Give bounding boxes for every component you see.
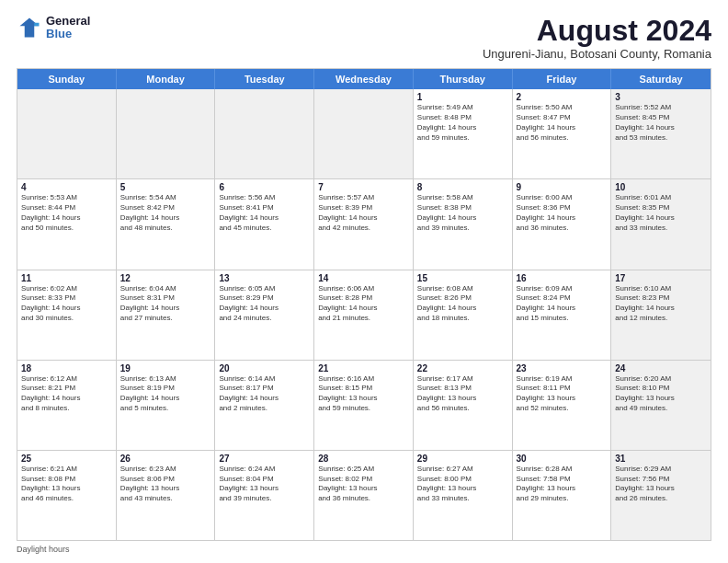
calendar-row-4: 18Sunrise: 6:12 AM Sunset: 8:21 PM Dayli… [17,361,711,451]
day-info: Sunrise: 5:56 AM Sunset: 8:41 PM Dayligh… [219,193,310,233]
day-number: 18 [21,363,112,373]
day-number: 9 [517,182,608,192]
day-number: 30 [517,454,608,464]
day-cell-23: 23Sunrise: 6:19 AM Sunset: 8:11 PM Dayli… [513,361,612,450]
day-number: 7 [318,182,409,192]
day-cell-3: 3Sunrise: 5:52 AM Sunset: 8:45 PM Daylig… [611,89,711,178]
day-info: Sunrise: 5:49 AM Sunset: 8:48 PM Dayligh… [417,103,508,143]
day-info: Sunrise: 6:16 AM Sunset: 8:15 PM Dayligh… [318,374,409,414]
day-cell-6: 6Sunrise: 5:56 AM Sunset: 8:41 PM Daylig… [215,179,314,269]
day-number: 27 [219,454,310,464]
calendar-header: SundayMondayTuesdayWednesdayThursdayFrid… [17,69,711,89]
day-number: 6 [219,182,310,192]
day-info: Sunrise: 6:08 AM Sunset: 8:26 PM Dayligh… [417,284,508,324]
logo-line2: Blue [46,28,90,40]
day-number: 4 [21,182,112,192]
calendar: SundayMondayTuesdayWednesdayThursdayFrid… [17,68,711,541]
empty-cell [215,89,314,178]
day-number: 3 [615,92,707,102]
day-info: Sunrise: 6:24 AM Sunset: 8:04 PM Dayligh… [219,465,310,504]
day-number: 8 [417,182,508,192]
day-info: Sunrise: 6:19 AM Sunset: 8:11 PM Dayligh… [517,374,608,414]
footer-note: Daylight hours [17,545,711,554]
day-info: Sunrise: 6:10 AM Sunset: 8:23 PM Dayligh… [615,284,707,324]
day-number: 1 [417,92,508,102]
day-number: 11 [21,273,112,283]
day-info: Sunrise: 6:20 AM Sunset: 8:10 PM Dayligh… [615,374,707,414]
day-cell-13: 13Sunrise: 6:05 AM Sunset: 8:29 PM Dayli… [215,270,314,360]
day-cell-4: 4Sunrise: 5:53 AM Sunset: 8:44 PM Daylig… [17,179,117,269]
day-info: Sunrise: 6:25 AM Sunset: 8:02 PM Dayligh… [318,465,409,504]
day-number: 28 [318,454,409,464]
day-cell-21: 21Sunrise: 6:16 AM Sunset: 8:15 PM Dayli… [314,361,414,450]
day-info: Sunrise: 5:50 AM Sunset: 8:47 PM Dayligh… [517,103,608,143]
day-number: 2 [517,92,608,102]
day-info: Sunrise: 5:52 AM Sunset: 8:45 PM Dayligh… [615,103,707,143]
day-info: Sunrise: 6:29 AM Sunset: 7:56 PM Dayligh… [615,465,707,504]
day-cell-2: 2Sunrise: 5:50 AM Sunset: 8:47 PM Daylig… [513,89,612,178]
empty-cell [314,89,414,178]
day-info: Sunrise: 6:14 AM Sunset: 8:17 PM Dayligh… [219,374,310,414]
day-cell-11: 11Sunrise: 6:02 AM Sunset: 8:33 PM Dayli… [17,270,117,360]
day-number: 26 [120,454,211,464]
day-info: Sunrise: 5:53 AM Sunset: 8:44 PM Dayligh… [21,193,112,233]
logo-line1: General [46,15,90,28]
day-number: 24 [615,363,707,373]
month-year: August 2024 [483,15,711,47]
day-cell-15: 15Sunrise: 6:08 AM Sunset: 8:26 PM Dayli… [414,270,513,360]
day-info: Sunrise: 5:57 AM Sunset: 8:39 PM Dayligh… [318,193,409,233]
day-number: 19 [120,363,211,373]
day-cell-9: 9Sunrise: 6:00 AM Sunset: 8:36 PM Daylig… [513,179,612,269]
calendar-row-5: 25Sunrise: 6:21 AM Sunset: 8:08 PM Dayli… [17,451,711,540]
day-cell-18: 18Sunrise: 6:12 AM Sunset: 8:21 PM Dayli… [17,361,117,450]
day-cell-30: 30Sunrise: 6:28 AM Sunset: 7:58 PM Dayli… [513,451,612,540]
logo: General Blue [17,15,90,41]
day-number: 25 [21,454,112,464]
calendar-row-1: 1Sunrise: 5:49 AM Sunset: 8:48 PM Daylig… [17,89,711,179]
day-number: 5 [120,182,211,192]
calendar-row-3: 11Sunrise: 6:02 AM Sunset: 8:33 PM Dayli… [17,270,711,361]
header-day-thursday: Thursday [414,69,513,89]
day-info: Sunrise: 6:23 AM Sunset: 8:06 PM Dayligh… [120,465,211,504]
day-info: Sunrise: 6:28 AM Sunset: 7:58 PM Dayligh… [517,465,608,504]
day-cell-17: 17Sunrise: 6:10 AM Sunset: 8:23 PM Dayli… [611,270,711,360]
day-cell-29: 29Sunrise: 6:27 AM Sunset: 8:00 PM Dayli… [414,451,513,540]
day-number: 10 [615,182,707,192]
day-cell-16: 16Sunrise: 6:09 AM Sunset: 8:24 PM Dayli… [513,270,612,360]
day-number: 23 [517,363,608,373]
title-block: August 2024 Ungureni-Jianu, Botosani Cou… [483,15,711,61]
day-info: Sunrise: 6:12 AM Sunset: 8:21 PM Dayligh… [21,374,112,414]
day-cell-12: 12Sunrise: 6:04 AM Sunset: 8:31 PM Dayli… [117,270,216,360]
day-number: 22 [417,363,508,373]
svg-marker-2 [34,23,39,27]
header-day-friday: Friday [513,69,612,89]
day-cell-22: 22Sunrise: 6:17 AM Sunset: 8:13 PM Dayli… [414,361,513,450]
day-info: Sunrise: 6:13 AM Sunset: 8:19 PM Dayligh… [120,374,211,414]
header-day-tuesday: Tuesday [215,69,314,89]
day-cell-14: 14Sunrise: 6:06 AM Sunset: 8:28 PM Dayli… [314,270,414,360]
day-cell-10: 10Sunrise: 6:01 AM Sunset: 8:35 PM Dayli… [611,179,711,269]
day-info: Sunrise: 6:17 AM Sunset: 8:13 PM Dayligh… [417,374,508,414]
empty-cell [17,89,117,178]
day-number: 21 [318,363,409,373]
day-number: 20 [219,363,310,373]
day-cell-19: 19Sunrise: 6:13 AM Sunset: 8:19 PM Dayli… [117,361,216,450]
day-cell-1: 1Sunrise: 5:49 AM Sunset: 8:48 PM Daylig… [414,89,513,178]
day-info: Sunrise: 6:00 AM Sunset: 8:36 PM Dayligh… [517,193,608,233]
header-day-monday: Monday [117,69,216,89]
page: General Blue August 2024 Ungureni-Jianu,… [0,0,728,563]
day-number: 17 [615,273,707,283]
day-info: Sunrise: 6:04 AM Sunset: 8:31 PM Dayligh… [120,284,211,324]
calendar-body: 1Sunrise: 5:49 AM Sunset: 8:48 PM Daylig… [17,89,711,540]
day-cell-26: 26Sunrise: 6:23 AM Sunset: 8:06 PM Dayli… [117,451,216,540]
day-number: 14 [318,273,409,283]
day-cell-7: 7Sunrise: 5:57 AM Sunset: 8:39 PM Daylig… [314,179,414,269]
day-cell-8: 8Sunrise: 5:58 AM Sunset: 8:38 PM Daylig… [414,179,513,269]
day-cell-31: 31Sunrise: 6:29 AM Sunset: 7:56 PM Dayli… [611,451,711,540]
day-info: Sunrise: 6:21 AM Sunset: 8:08 PM Dayligh… [21,465,112,504]
day-info: Sunrise: 6:05 AM Sunset: 8:29 PM Dayligh… [219,284,310,324]
day-info: Sunrise: 6:09 AM Sunset: 8:24 PM Dayligh… [517,284,608,324]
header-day-sunday: Sunday [17,69,117,89]
day-cell-25: 25Sunrise: 6:21 AM Sunset: 8:08 PM Dayli… [17,451,117,540]
day-number: 16 [517,273,608,283]
